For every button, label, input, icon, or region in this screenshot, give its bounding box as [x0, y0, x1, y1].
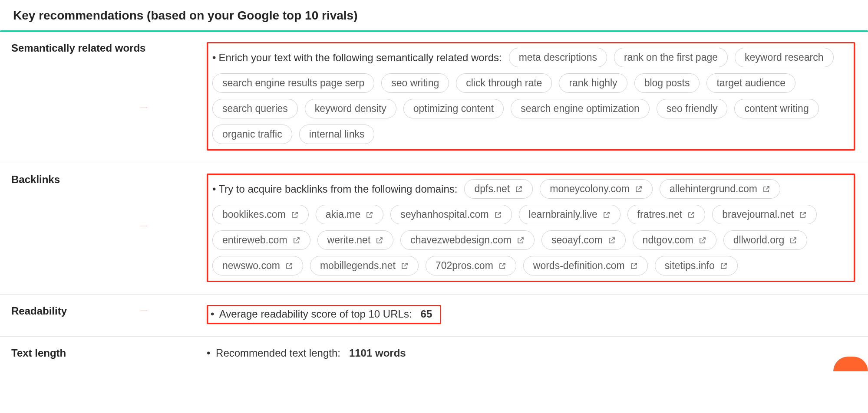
page-title: Key recommendations (based on your Googl…: [13, 9, 358, 22]
section-textlength: Text length • Recommended text length: 1…: [0, 337, 868, 371]
section-readability: Readability • Average readability score …: [0, 295, 868, 337]
keyword-chip[interactable]: keyword research: [735, 48, 834, 67]
keyword-chip[interactable]: rank on the first page: [614, 48, 728, 67]
external-link-icon: [630, 262, 638, 270]
keyword-chip[interactable]: meta descriptions: [509, 48, 607, 67]
backlink-chip[interactable]: entireweb.com: [212, 230, 310, 250]
keyword-chip[interactable]: search engine results page serp: [212, 73, 374, 93]
backlink-chip[interactable]: moneycolony.com: [540, 179, 653, 199]
backlink-chip[interactable]: ndtgov.com: [633, 230, 716, 250]
external-link-icon: [517, 236, 525, 244]
external-link-icon: [687, 211, 695, 219]
section-label-backlinks: Backlinks: [11, 174, 207, 186]
keyword-chip[interactable]: search engine optimization: [511, 99, 650, 118]
keyword-chip[interactable]: seo friendly: [657, 99, 728, 118]
keyword-chip[interactable]: keyword density: [305, 99, 396, 118]
backlink-chip[interactable]: allehintergrund.com: [660, 179, 780, 199]
backlinks-lead: • Try to acquire backlinks from the foll…: [212, 183, 457, 195]
readability-line: • Average readability score of top 10 UR…: [211, 308, 432, 320]
header: Key recommendations (based on your Googl…: [0, 9, 868, 30]
external-link-icon: [376, 236, 383, 244]
external-link-icon: [603, 211, 611, 219]
section-label-semantics: Semantically related words: [11, 42, 207, 54]
keyword-chip[interactable]: content writing: [734, 99, 818, 118]
svg-marker-5: [147, 310, 148, 311]
annotation-arrow-icon: [107, 310, 181, 311]
keyword-chip[interactable]: organic traffic: [212, 125, 292, 144]
external-link-icon: [608, 236, 616, 244]
annotation-arrow-icon: [107, 107, 181, 108]
backlink-chip[interactable]: fratres.net: [627, 205, 706, 224]
keyword-chip[interactable]: click through rate: [456, 73, 552, 93]
backlink-chip[interactable]: dllworld.org: [723, 230, 808, 250]
external-link-icon: [635, 185, 643, 193]
backlink-chip[interactable]: werite.net: [317, 230, 394, 250]
backlink-chip[interactable]: mobillegends.net: [310, 256, 419, 275]
external-link-icon: [293, 236, 300, 244]
backlink-chip[interactable]: learnbrainly.live: [519, 205, 620, 224]
external-link-icon: [789, 236, 797, 244]
section-label-readability: Readability: [11, 305, 207, 317]
external-link-icon: [366, 211, 373, 219]
backlink-chip[interactable]: akia.me: [316, 205, 384, 224]
readability-value: 65: [421, 308, 432, 320]
section-label-textlength: Text length: [11, 347, 207, 359]
external-link-icon: [720, 262, 728, 270]
backlink-chip[interactable]: newswo.com: [212, 256, 303, 275]
semantics-lead: • Enrich your text with the following se…: [212, 52, 502, 64]
backlink-chip[interactable]: booklikes.com: [212, 205, 309, 224]
backlink-chip[interactable]: 702pros.com: [426, 256, 516, 275]
svg-marker-3: [147, 226, 148, 226]
external-link-icon: [515, 185, 523, 193]
backlink-chip[interactable]: dpfs.net: [464, 179, 533, 199]
external-link-icon: [799, 211, 807, 219]
highlight-box-readability: • Average readability score of top 10 UR…: [207, 305, 441, 324]
external-link-icon: [401, 262, 409, 270]
external-link-icon: [762, 185, 770, 193]
section-backlinks: Backlinks • Try to acquire backlinks fro…: [0, 163, 868, 295]
external-link-icon: [494, 211, 502, 219]
keyword-chip[interactable]: optimizing content: [403, 99, 504, 118]
section-semantics: Semantically related words • Enrich your…: [0, 32, 868, 163]
keyword-chip[interactable]: blog posts: [634, 73, 700, 93]
external-link-icon: [285, 262, 293, 270]
highlight-box-semantics: • Enrich your text with the following se…: [207, 42, 855, 151]
keyword-chip[interactable]: internal links: [299, 125, 375, 144]
svg-marker-1: [147, 107, 148, 108]
backlink-chip[interactable]: bravejournal.net: [712, 205, 817, 224]
keyword-chip[interactable]: rank highly: [559, 73, 627, 93]
backlink-chip[interactable]: sitetips.info: [655, 256, 738, 275]
external-link-icon: [291, 211, 299, 219]
keyword-chip[interactable]: seo writing: [381, 73, 449, 93]
external-link-icon: [498, 262, 506, 270]
keyword-chip[interactable]: target audience: [706, 73, 795, 93]
annotation-arrow-icon: [107, 226, 181, 226]
backlink-chip[interactable]: seoayf.com: [541, 230, 626, 250]
backlink-chip[interactable]: seyhanhospital.com: [390, 205, 512, 224]
highlight-box-backlinks: • Try to acquire backlinks from the foll…: [207, 174, 855, 282]
keyword-chip[interactable]: search queries: [212, 99, 298, 118]
external-link-icon: [699, 236, 706, 244]
backlink-chip[interactable]: words-definition.com: [523, 256, 648, 275]
backlink-chip[interactable]: chavezwebdesign.com: [400, 230, 535, 250]
textlength-line: • Recommended text length: 1101 words: [207, 347, 406, 359]
textlength-value: 1101 words: [349, 347, 406, 359]
